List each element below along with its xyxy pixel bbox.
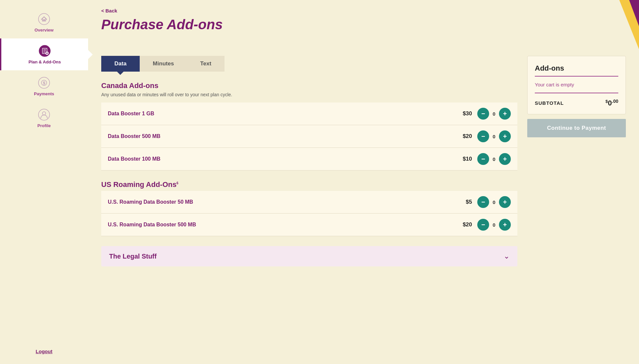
canada-addon-right-1: $20 − 0 +: [459, 130, 511, 142]
canada-addon-plus-0[interactable]: +: [499, 108, 511, 120]
tabs: Data Minutes Text: [101, 56, 517, 72]
us-addon-price-1: $20: [459, 221, 472, 228]
us-addon-right-0: $5 − 0 +: [459, 196, 511, 208]
canada-addon-qty-val-0: 0: [492, 111, 496, 117]
canada-addon-qty-0: − 0 +: [477, 108, 511, 120]
canada-addon-right-2: $10 − 0 +: [459, 153, 511, 165]
sidebar: Overview Plan & Add-Ons $: [0, 0, 88, 364]
subtotal-cents: .00: [612, 99, 618, 104]
canada-addon-right-0: $30 − 0 +: [459, 108, 511, 120]
legal-title: The Legal Stuff: [109, 253, 156, 260]
canada-addons-subtitle: Any unused data or minutes will roll ove…: [101, 92, 517, 97]
back-button[interactable]: Back: [101, 8, 626, 13]
content-area: Data Minutes Text Canada Add-ons Any unu…: [88, 49, 639, 364]
left-panel: Data Minutes Text Canada Add-ons Any unu…: [101, 56, 517, 351]
canada-addon-qty-2: − 0 +: [477, 153, 511, 165]
canada-addon-plus-1[interactable]: +: [499, 130, 511, 142]
payments-icon: $: [37, 76, 51, 89]
us-addon-qty-1: − 0 +: [477, 219, 511, 231]
legal-section[interactable]: The Legal Stuff ⌄: [101, 246, 517, 266]
us-addon-right-1: $20 − 0 +: [459, 219, 511, 231]
svg-text:$: $: [43, 80, 45, 85]
plan-addons-icon: [38, 44, 51, 57]
chevron-down-icon: ⌄: [504, 252, 509, 261]
us-addon-plus-1[interactable]: +: [499, 219, 511, 231]
subtotal-row: SUBTOTAL $0.00: [535, 99, 618, 114]
us-addon-qty-0: − 0 +: [477, 196, 511, 208]
canada-addon-qty-val-2: 0: [492, 156, 496, 162]
canada-addon-name-1: Data Booster 500 MB: [108, 133, 160, 139]
cart-box: Add-ons Your cart is empty SUBTOTAL $0.0…: [527, 56, 626, 114]
canada-addons-section: Canada Add-ons Any unused data or minute…: [101, 81, 517, 171]
canada-addon-qty-val-1: 0: [492, 134, 496, 139]
canada-addon-minus-1[interactable]: −: [477, 130, 489, 142]
tab-minutes[interactable]: Minutes: [140, 56, 187, 72]
canada-addon-row-0: Data Booster 1 GB $30 − 0 +: [101, 102, 517, 125]
subtotal-whole: 0: [608, 99, 612, 107]
us-addon-row-1: U.S. Roaming Data Booster 500 MB $20 − 0…: [101, 214, 517, 236]
canada-addon-row-2: Data Booster 100 MB $10 − 0 +: [101, 148, 517, 171]
us-addon-price-0: $5: [459, 199, 472, 205]
main-content: Back Purchase Add-ons Data Minutes Text …: [88, 0, 639, 364]
us-roaming-title: US Roaming Add-Ons6: [101, 180, 517, 189]
canada-addon-plus-2[interactable]: +: [499, 153, 511, 165]
cart-title: Add-ons: [535, 64, 618, 73]
page-title: Purchase Add-ons: [101, 17, 626, 33]
cart-panel: Add-ons Your cart is empty SUBTOTAL $0.0…: [527, 56, 626, 351]
canada-addon-price-0: $30: [459, 110, 472, 117]
sidebar-profile-label: Profile: [37, 123, 51, 128]
logout-link[interactable]: Logout: [36, 349, 53, 354]
cart-top-divider: [535, 76, 618, 77]
profile-icon: [37, 108, 51, 121]
svg-point-12: [38, 109, 50, 120]
sidebar-item-payments[interactable]: $ Payments: [0, 70, 88, 102]
canada-addons-title: Canada Add-ons: [101, 81, 517, 90]
us-addon-name-0: U.S. Roaming Data Booster 50 MB: [108, 199, 193, 205]
canada-addon-minus-2[interactable]: −: [477, 153, 489, 165]
us-addon-row-0: U.S. Roaming Data Booster 50 MB $5 − 0 +: [101, 191, 517, 214]
us-addon-qty-val-0: 0: [492, 199, 496, 205]
header-decoration: [600, 0, 639, 49]
us-addon-minus-0[interactable]: −: [477, 196, 489, 208]
tab-text[interactable]: Text: [187, 56, 225, 72]
canada-addon-name-2: Data Booster 100 MB: [108, 156, 160, 162]
subtotal-value: $0.00: [605, 99, 618, 107]
us-addon-qty-val-1: 0: [492, 222, 496, 228]
cart-empty-message: Your cart is empty: [535, 82, 618, 87]
page-header: Back Purchase Add-ons: [88, 0, 639, 49]
us-addon-minus-1[interactable]: −: [477, 219, 489, 231]
svg-point-13: [42, 112, 46, 115]
sidebar-item-overview[interactable]: Overview: [0, 7, 88, 38]
cart-bottom-divider: [535, 93, 618, 93]
canada-addon-row-1: Data Booster 500 MB $20 − 0 +: [101, 125, 517, 148]
sidebar-item-profile[interactable]: Profile: [0, 102, 88, 134]
tab-data[interactable]: Data: [101, 56, 140, 72]
canada-addon-name-0: Data Booster 1 GB: [108, 111, 154, 117]
canada-addon-price-1: $20: [459, 133, 472, 140]
canada-addon-minus-0[interactable]: −: [477, 108, 489, 120]
canada-addon-qty-1: − 0 +: [477, 130, 511, 142]
sidebar-overview-label: Overview: [35, 28, 54, 33]
sidebar-plan-addons-label: Plan & Add-Ons: [29, 59, 61, 64]
sidebar-item-plan-addons[interactable]: Plan & Add-Ons: [0, 38, 88, 70]
subtotal-label: SUBTOTAL: [535, 100, 564, 106]
us-addon-name-1: U.S. Roaming Data Booster 500 MB: [108, 222, 196, 228]
canada-addon-price-2: $10: [459, 156, 472, 162]
home-icon: [37, 12, 51, 26]
sidebar-payments-label: Payments: [34, 91, 54, 96]
us-addon-plus-0[interactable]: +: [499, 196, 511, 208]
continue-to-payment-button[interactable]: Continue to Payment: [527, 119, 626, 137]
us-roaming-section: US Roaming Add-Ons6 U.S. Roaming Data Bo…: [101, 180, 517, 236]
